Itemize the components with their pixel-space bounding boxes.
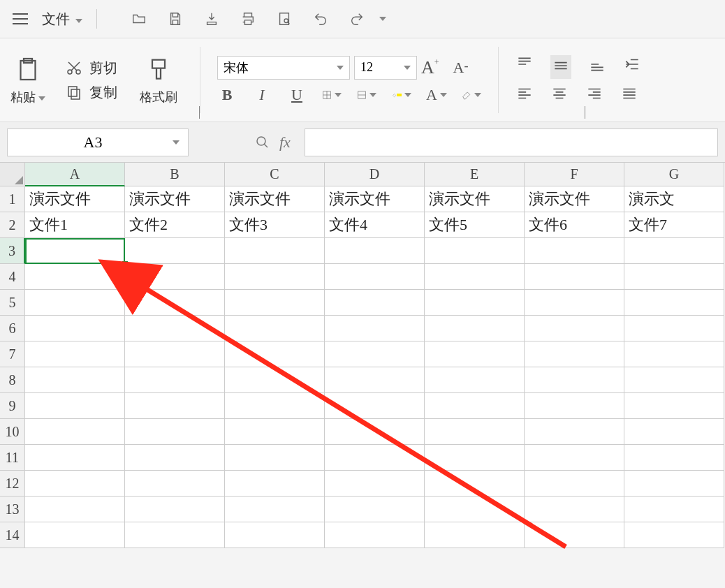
cell[interactable] bbox=[425, 264, 525, 290]
column-header[interactable]: G bbox=[624, 163, 724, 186]
cell[interactable] bbox=[425, 341, 525, 367]
justify-icon[interactable] bbox=[620, 84, 638, 105]
print-icon[interactable] bbox=[240, 10, 256, 27]
row-header[interactable]: 14 bbox=[0, 522, 25, 548]
cell[interactable] bbox=[225, 367, 325, 393]
fill-color-button[interactable] bbox=[392, 85, 411, 105]
cell[interactable] bbox=[325, 471, 425, 497]
cell[interactable]: 演示文件 bbox=[25, 186, 125, 212]
group-expand-icon[interactable] bbox=[199, 106, 200, 119]
row-header[interactable]: 7 bbox=[0, 341, 25, 367]
cell[interactable] bbox=[25, 393, 125, 419]
cell[interactable] bbox=[525, 341, 624, 367]
fx-label[interactable]: fx bbox=[279, 133, 291, 152]
cell[interactable] bbox=[525, 471, 624, 497]
cell[interactable] bbox=[425, 238, 525, 264]
cell[interactable] bbox=[425, 393, 525, 419]
align-left-icon[interactable] bbox=[515, 84, 534, 105]
paste-icon[interactable] bbox=[14, 55, 42, 83]
cell[interactable] bbox=[225, 264, 325, 290]
cell[interactable] bbox=[525, 497, 624, 522]
row-header[interactable]: 10 bbox=[0, 419, 25, 445]
redo-icon[interactable] bbox=[349, 10, 365, 27]
copy-button[interactable]: 复制 bbox=[66, 83, 117, 102]
cell[interactable] bbox=[525, 445, 624, 471]
cell[interactable] bbox=[624, 264, 724, 290]
row-header[interactable]: 5 bbox=[0, 290, 25, 316]
italic-button[interactable]: I bbox=[252, 85, 272, 105]
cell[interactable] bbox=[25, 522, 125, 548]
formula-input[interactable] bbox=[305, 128, 718, 156]
cell[interactable] bbox=[225, 497, 325, 522]
cell[interactable] bbox=[525, 522, 624, 548]
cell[interactable] bbox=[25, 264, 125, 290]
cell[interactable] bbox=[624, 290, 724, 316]
select-all-corner[interactable] bbox=[0, 163, 25, 186]
chevron-down-icon[interactable] bbox=[379, 17, 386, 21]
cell[interactable]: 演示文 bbox=[624, 186, 724, 212]
cell[interactable] bbox=[425, 471, 525, 497]
row-header[interactable]: 11 bbox=[0, 445, 25, 471]
cell[interactable] bbox=[624, 316, 724, 341]
paste-button[interactable]: 粘贴 bbox=[10, 89, 45, 105]
eraser-button[interactable] bbox=[462, 85, 481, 105]
cell[interactable] bbox=[125, 238, 225, 264]
border-button[interactable] bbox=[322, 85, 342, 105]
cell[interactable] bbox=[125, 471, 225, 497]
cell[interactable] bbox=[525, 419, 624, 445]
cell[interactable] bbox=[225, 471, 325, 497]
font-color-button[interactable]: A bbox=[427, 85, 446, 105]
menu-icon[interactable] bbox=[13, 13, 28, 24]
cell[interactable]: 演示文件 bbox=[125, 186, 225, 212]
save-icon[interactable] bbox=[167, 10, 184, 27]
cell[interactable] bbox=[425, 497, 525, 522]
cell[interactable] bbox=[125, 341, 225, 367]
decrease-font-icon[interactable]: A- bbox=[453, 59, 469, 77]
row-header[interactable]: 3 bbox=[0, 238, 25, 264]
row-header[interactable]: 9 bbox=[0, 393, 25, 419]
cell[interactable] bbox=[624, 471, 724, 497]
file-menu[interactable]: 文件 bbox=[42, 10, 82, 29]
cell[interactable] bbox=[425, 522, 525, 548]
cell[interactable] bbox=[624, 445, 724, 471]
cell[interactable] bbox=[125, 419, 225, 445]
cell[interactable] bbox=[25, 341, 125, 367]
cut-button[interactable]: 剪切 bbox=[66, 59, 117, 78]
font-family-select[interactable]: 宋体 bbox=[217, 56, 350, 80]
cell[interactable] bbox=[525, 367, 624, 393]
fill-handle[interactable] bbox=[122, 261, 128, 267]
cell[interactable] bbox=[25, 290, 125, 316]
row-header[interactable]: 8 bbox=[0, 367, 25, 393]
bold-button[interactable]: B bbox=[217, 85, 237, 105]
cell[interactable] bbox=[525, 393, 624, 419]
cell[interactable]: 演示文件 bbox=[425, 186, 525, 212]
align-center-icon[interactable] bbox=[550, 84, 569, 105]
undo-icon[interactable] bbox=[312, 10, 329, 27]
cell[interactable] bbox=[225, 419, 325, 445]
cell[interactable] bbox=[525, 316, 624, 341]
cell[interactable] bbox=[525, 264, 624, 290]
preview-icon[interactable] bbox=[276, 10, 293, 27]
cell[interactable] bbox=[624, 341, 724, 367]
cell[interactable]: 文件6 bbox=[525, 212, 624, 238]
indent-increase-icon[interactable] bbox=[623, 55, 641, 79]
increase-font-icon[interactable]: A+ bbox=[421, 57, 439, 78]
column-header[interactable]: F bbox=[525, 163, 624, 186]
align-right-icon[interactable] bbox=[585, 84, 603, 105]
merge-cells-button[interactable] bbox=[357, 85, 376, 105]
column-header[interactable]: E bbox=[425, 163, 525, 186]
row-header[interactable]: 12 bbox=[0, 471, 25, 497]
cell[interactable] bbox=[325, 290, 425, 316]
cell[interactable] bbox=[225, 393, 325, 419]
group-expand-icon[interactable] bbox=[585, 106, 585, 119]
align-bottom-icon[interactable] bbox=[588, 55, 606, 79]
cell[interactable] bbox=[624, 367, 724, 393]
cell[interactable] bbox=[624, 419, 724, 445]
underline-button[interactable]: U bbox=[287, 85, 307, 105]
cell[interactable] bbox=[225, 341, 325, 367]
cell[interactable] bbox=[325, 419, 425, 445]
cell[interactable] bbox=[225, 316, 325, 341]
open-folder-icon[interactable] bbox=[131, 10, 147, 27]
cell[interactable] bbox=[624, 522, 724, 548]
cell[interactable] bbox=[125, 522, 225, 548]
